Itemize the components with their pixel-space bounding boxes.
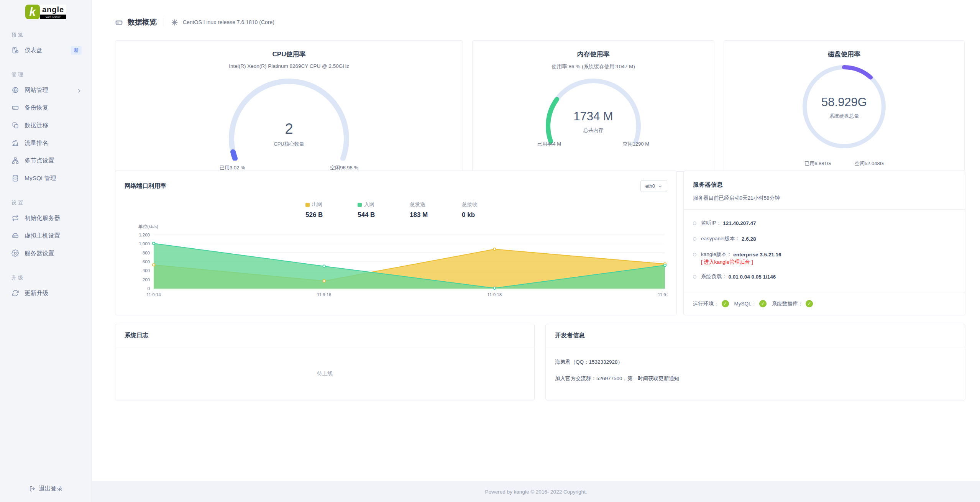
- network-usage-card: 网络端口利用率 eth0 出网 526 B: [115, 171, 677, 315]
- server-info-title: 服务器信息: [693, 181, 956, 189]
- svg-text:单位(kb/s): 单位(kb/s): [138, 224, 158, 229]
- memory-card-title: 内存使用率: [577, 50, 610, 59]
- check-circle-icon: ✓: [722, 300, 729, 307]
- stat-total-sent: 总发送 183 M: [410, 201, 434, 219]
- svg-text:200: 200: [143, 277, 150, 282]
- sidebar-item-vhost-settings[interactable]: 虚拟主机设置: [0, 227, 92, 244]
- kangle-admin-link[interactable]: [ 进入kangle管理后台 ]: [701, 259, 956, 266]
- kangle-logo-subtitle: web server: [40, 15, 66, 19]
- main-content: 数据概览 CentOS Linux release 7.6.1810 (Core…: [92, 0, 980, 502]
- sidebar-item-multi-node[interactable]: 多节点设置: [0, 152, 92, 169]
- memory-usage-card: 内存使用率 使用率:86 % (系统缓存使用:1047 M) 1734 M 总共…: [472, 40, 714, 172]
- centos-icon: [171, 19, 178, 26]
- sitemap-icon: [11, 157, 19, 164]
- sidebar-item-label: MySQL管理: [25, 174, 56, 182]
- disk-donut: 58.929G 系统硬盘总量: [799, 62, 889, 153]
- sidebar-item-backup-restore[interactable]: 备份恢复: [0, 99, 92, 116]
- sidebar-section-preview: 预览: [11, 31, 92, 38]
- server-uptime-text: 服务器目前已经启动0天21小时58分钟: [693, 195, 956, 202]
- sidebar-item-label: 仪表盘: [25, 46, 43, 54]
- circle-bullet-icon: [693, 275, 696, 279]
- bottom-row: 系统日志 待上线 开发者信息 海弟君（QQ：1532332928） 加入官方交流…: [115, 324, 965, 400]
- copyright-text: Powered by kangle © 2016- 2022 Copyright…: [485, 489, 587, 495]
- svg-text:1,200: 1,200: [139, 233, 150, 237]
- sidebar-item-website-manage[interactable]: 网站管理: [0, 81, 92, 99]
- memory-usage-subtitle: 使用率:86 % (系统缓存使用:1047 M): [552, 63, 635, 70]
- refresh-icon: [11, 289, 19, 297]
- sidebar-section-upgrade: 升级: [11, 274, 92, 281]
- sidebar-item-label: 服务器设置: [25, 249, 54, 258]
- footer: Powered by kangle © 2016- 2022 Copyright…: [92, 481, 980, 502]
- disk-usage-card: 磁盘使用率 58.929G 系统硬盘总量 已用6.881G 空闲52.048G: [724, 40, 965, 172]
- stat-value: 183 M: [410, 211, 434, 219]
- circle-bullet-icon: [693, 237, 696, 241]
- cpu-free-label: 空闲96.98 %: [330, 164, 358, 171]
- cpu-used-label: 已用3.02 %: [220, 164, 245, 171]
- gear-icon: [11, 249, 19, 257]
- sidebar-section-manage: 管理: [11, 71, 92, 78]
- page-title: 数据概览: [128, 17, 157, 27]
- stat-value: 0 kb: [462, 211, 486, 219]
- sidebar-item-label: 备份恢复: [25, 104, 48, 112]
- memory-used-label: 已用444 M: [537, 141, 561, 148]
- sidebar-item-label: 初始化服务器: [25, 214, 60, 222]
- svg-text:400: 400: [143, 268, 150, 273]
- globe-icon: [11, 86, 19, 94]
- sidebar-nav: 预览 仪表盘 新 管理 网站管理: [0, 19, 92, 479]
- svg-text:11:9:16: 11:9:16: [317, 292, 332, 297]
- svg-text:1,000: 1,000: [139, 241, 150, 246]
- env-system-db: 系统数据库： ✓: [772, 300, 813, 307]
- repeat-icon: [11, 214, 19, 222]
- harddrive-icon: [11, 104, 19, 112]
- sidebar-item-label: 数据迁移: [25, 121, 48, 130]
- page-header: 数据概览 CentOS Linux release 7.6.1810 (Core…: [115, 17, 965, 27]
- new-badge: 新: [71, 46, 82, 55]
- harddrive-icon: [115, 18, 123, 26]
- sidebar: k angle web server 预览 仪表盘 新 管理 网站管理: [0, 0, 92, 502]
- chart-rank-icon: [11, 139, 19, 147]
- sidebar-item-label: 虚拟主机设置: [25, 232, 60, 240]
- stat-outbound: 出网 526 B: [305, 201, 330, 219]
- sidebar-item-label: 网站管理: [25, 86, 48, 94]
- svg-text:600: 600: [143, 259, 150, 264]
- kangle-logo-title: angle: [40, 5, 66, 15]
- sidebar-section-settings: 设置: [11, 199, 92, 206]
- interface-select[interactable]: eth0: [640, 180, 667, 192]
- logout-button[interactable]: 退出登录: [0, 479, 92, 502]
- developer-info-card: 开发者信息 海弟君（QQ：1532332928） 加入官方交流群：5269775…: [545, 324, 965, 400]
- kangle-logo[interactable]: k angle web server: [25, 5, 66, 19]
- sidebar-item-init-server[interactable]: 初始化服务器: [0, 209, 92, 227]
- system-log-card: 系统日志 待上线: [115, 324, 535, 400]
- chevron-right-icon: [77, 88, 82, 92]
- logout-label: 退出登录: [39, 485, 62, 493]
- env-runtime: 运行环境： ✓: [693, 300, 729, 307]
- circle-bullet-icon: [693, 253, 696, 256]
- system-log-title: 系统日志: [125, 331, 525, 340]
- sidebar-item-dashboard[interactable]: 仪表盘 新: [0, 41, 92, 59]
- check-circle-icon: ✓: [806, 300, 813, 307]
- disk-card-title: 磁盘使用率: [828, 50, 860, 59]
- sidebar-item-label: 更新升级: [25, 289, 48, 297]
- stat-label: 总接收: [462, 201, 478, 208]
- sidebar-item-mysql-manage[interactable]: MySQL管理: [0, 169, 92, 187]
- database-icon: [11, 174, 19, 182]
- network-card-title: 网络端口利用率: [125, 182, 166, 190]
- network-stats-row: 出网 526 B 入网 544 B 总发送 183 M: [125, 201, 667, 219]
- os-release-text: CentOS Linux release 7.6.1810 (Core): [183, 19, 274, 25]
- developer-info-title: 开发者信息: [555, 331, 956, 340]
- copy-icon: [11, 121, 19, 129]
- server-info-list: 监听IP： 121.40.207.47 easypanel版本： 2.6.28 …: [684, 210, 965, 292]
- sidebar-item-data-migration[interactable]: 数据迁移: [0, 116, 92, 134]
- sidebar-item-label: 多节点设置: [25, 157, 54, 165]
- memory-free-label: 空闲1290 M: [623, 141, 649, 148]
- sidebar-item-update-upgrade[interactable]: 更新升级: [0, 284, 92, 302]
- outbound-marker-icon: [305, 203, 310, 207]
- list-item-listen-ip: 监听IP： 121.40.207.47: [693, 220, 956, 226]
- cpu-gauge: 2 CPU核心数量 已用3.02 % 空闲96.98 %: [218, 74, 360, 171]
- sidebar-item-traffic-rank[interactable]: 流量排名: [0, 134, 92, 152]
- developer-group-line: 加入官方交流群：526977500，第一时间获取更新通知: [555, 375, 956, 382]
- circle-bullet-icon: [693, 221, 696, 225]
- sidebar-item-server-settings[interactable]: 服务器设置: [0, 244, 92, 262]
- stat-value: 544 B: [358, 211, 382, 219]
- disk-free-label: 空闲52.048G: [855, 160, 884, 167]
